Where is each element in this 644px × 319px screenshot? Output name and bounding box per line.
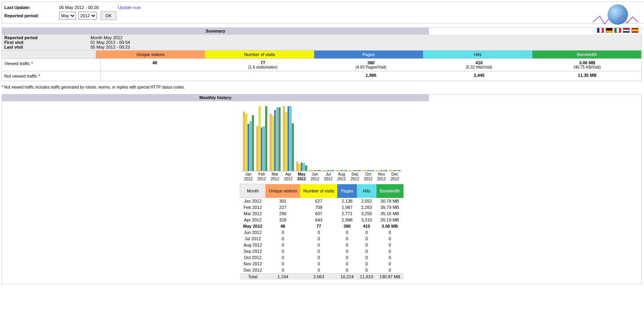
table-cell: 627	[300, 198, 337, 205]
chart-bar	[367, 170, 369, 171]
table-cell: 0	[376, 261, 403, 267]
flag-fr-icon[interactable]	[597, 28, 604, 33]
table-cell: 2,771	[337, 210, 357, 217]
viewed-bw: 3.06 MB	[533, 60, 641, 65]
chart-bar	[312, 170, 314, 171]
table-cell: 0	[337, 254, 357, 261]
summary-title: Summary	[2, 28, 429, 34]
chart-bar	[323, 170, 325, 171]
viewed-hits: 410	[425, 60, 533, 65]
table-cell: 0	[337, 236, 357, 242]
chart-bar	[378, 170, 380, 171]
table-cell: 0	[266, 261, 300, 267]
table-row: Mar 20122906072,7713,25535.16 MB	[240, 210, 403, 217]
chart-bar	[341, 170, 343, 171]
table-row: Apr 20123286432,9483,31026.19 MB	[240, 217, 403, 223]
table-row: Jun 201200000	[240, 229, 403, 236]
table-cell: 0	[376, 236, 403, 242]
table-cell: 0	[337, 261, 357, 267]
table-cell: 48	[266, 223, 300, 229]
table-cell: 0	[266, 229, 300, 236]
last-visit-val: 05 May 2012 - 00:23	[90, 45, 130, 49]
table-cell: 0	[376, 254, 403, 261]
table-cell: 35.16 MB	[376, 210, 403, 217]
viewed-pages-sub: (4.93 Pages/Visit)	[317, 65, 425, 69]
summary-panel: Summary Reported periodMonth May 2012 Fi…	[2, 27, 642, 81]
table-cell: 0	[300, 229, 337, 236]
chart-x-label: Apr2012	[283, 172, 294, 181]
col-pages: Pages	[314, 51, 423, 58]
chart-bar	[356, 170, 358, 171]
chart-x-label: Jul2012	[323, 172, 334, 181]
logo-block	[594, 4, 641, 33]
chart-bar	[276, 107, 278, 171]
chart-bar	[392, 170, 394, 171]
chart-bar	[389, 170, 391, 171]
month-select[interactable]: May	[59, 12, 76, 20]
first-visit-lbl: First visit	[4, 40, 90, 45]
chart-x-label: Feb2012	[256, 172, 267, 181]
table-row: Feb 20122277091,9872,28335.79 MB	[240, 204, 403, 210]
chart-bar	[336, 170, 338, 171]
table-total-row: Total1,1942,66310,22411,810130.97 MB	[240, 274, 403, 280]
flag-it-icon[interactable]	[614, 28, 621, 33]
chart-bar	[314, 170, 316, 171]
chart-bar	[265, 106, 267, 171]
table-cell: 709	[300, 204, 337, 210]
chart-bar	[394, 170, 396, 171]
chart-bar	[327, 170, 329, 171]
chart-bar	[289, 106, 291, 171]
chart-bar	[329, 170, 331, 171]
mt-col-visits: Number of visits	[300, 184, 337, 198]
chart-bar	[296, 161, 298, 171]
table-cell: 2,552	[357, 198, 376, 205]
table-cell: Jan 2012	[240, 198, 266, 205]
chart-bar	[252, 115, 254, 171]
chart-month-group	[376, 170, 387, 171]
table-cell: Dec 2012	[240, 267, 266, 274]
table-cell: 77	[300, 223, 337, 229]
chart-bar	[325, 170, 327, 171]
table-cell: 0	[266, 236, 300, 242]
chart-bar	[363, 170, 365, 171]
table-cell: Jun 2012	[240, 229, 266, 236]
chart-bar	[259, 106, 260, 171]
chart-month-group	[243, 112, 254, 171]
chart-bar	[396, 170, 398, 171]
viewed-traffic-row: Viewed traffic * 48 77(1.6 visits/visito…	[2, 58, 641, 71]
chart-bar	[398, 170, 400, 171]
flag-es-icon[interactable]	[631, 28, 639, 33]
chart-bar	[303, 163, 305, 171]
chart-month-group	[363, 170, 374, 171]
chart-month-group	[296, 161, 307, 171]
table-row: Nov 201200000	[240, 261, 403, 267]
ok-button[interactable]: OK	[101, 11, 116, 20]
flag-de-icon[interactable]	[606, 28, 613, 33]
chart-month-group	[283, 106, 294, 171]
table-cell: 2,138	[337, 198, 357, 205]
nv-pages: 1,986	[317, 73, 425, 78]
year-select[interactable]: 2012	[78, 12, 97, 20]
chart-bar	[283, 106, 285, 171]
table-cell: 227	[266, 204, 300, 210]
chart-bar	[318, 170, 320, 171]
table-cell: 0	[357, 267, 376, 274]
table-cell: 0	[300, 261, 337, 267]
chart-x-label: Jan2012	[243, 172, 254, 181]
table-cell: 0	[300, 242, 337, 248]
table-cell: 0	[357, 229, 376, 236]
reported-period-lbl: Reported period	[4, 35, 90, 40]
monthly-chart: Jan2012Feb2012Mar2012Apr2012May2012Jun20…	[241, 104, 402, 181]
header-box: Last Update: 05 May 2012 - 00:26 Update …	[2, 2, 644, 24]
summary-col-spacer	[2, 51, 96, 58]
viewed-bw-sub: (40.75 KB/Visit)	[533, 65, 641, 69]
nv-bw: 11.35 MB	[533, 73, 641, 78]
chart-bar	[354, 170, 356, 171]
flag-nl-icon[interactable]	[623, 28, 630, 33]
chart-bar	[250, 121, 251, 171]
update-now-link[interactable]: Update now	[118, 5, 141, 10]
mt-col-month: Month	[240, 184, 266, 198]
table-cell: 0	[376, 267, 403, 274]
table-cell: 0	[357, 236, 376, 242]
viewed-visitors: 48	[101, 60, 209, 65]
